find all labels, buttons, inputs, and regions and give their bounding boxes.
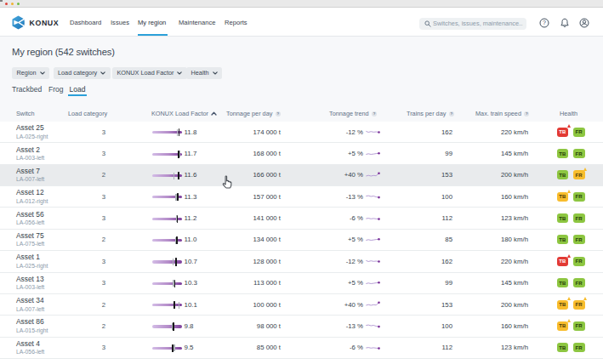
help-icon[interactable]: ? [539, 18, 549, 28]
health-badge-tb[interactable]: TB [557, 128, 569, 137]
active-tab-underline [68, 94, 87, 96]
health-badge-fr[interactable]: FR [573, 278, 585, 287]
column-label: Trains per day [407, 110, 446, 117]
tonnage-cell: 134 000 t [226, 230, 281, 250]
asset-id: LA-007-left [16, 306, 44, 313]
column-header-load-category[interactable]: Load category [68, 105, 107, 122]
trend-value: -13 % [327, 316, 363, 336]
health-badge-tb[interactable]: TB [557, 257, 569, 266]
health-badge-fr[interactable]: FR [573, 235, 585, 244]
filter-konux-load-factor[interactable]: KONUX Load Factor [112, 67, 187, 79]
tab-load[interactable]: Load [70, 85, 86, 94]
trains-cell: 153 [415, 294, 452, 315]
filter-load-category[interactable]: Load category [54, 67, 111, 79]
column-label: Switch [16, 110, 35, 117]
health-badge-fr[interactable]: FR [573, 321, 585, 331]
table-row[interactable]: Asset 86 LA-015-right 2 9.8 98 000 t -13… [0, 316, 603, 337]
column-header-konux-load-factor[interactable]: KONUX Load Factor [151, 105, 217, 122]
health-badge-tb[interactable]: TB [557, 149, 569, 158]
health-badge-fr[interactable]: FR [573, 300, 585, 310]
load-factor-value: 11.8 [185, 122, 197, 142]
filter-label: Region [17, 69, 37, 77]
health-badge-tb[interactable]: TB [557, 192, 569, 202]
health-badge-fr[interactable]: FR [573, 149, 585, 158]
nav-item-issues[interactable]: Issues [111, 19, 129, 26]
nav-item-reports[interactable]: Reports [225, 19, 247, 26]
table-row[interactable]: Asset 25 LA-025-right 3 11.8 174 000 t -… [0, 122, 603, 143]
info-icon[interactable]: ? [276, 111, 281, 117]
load-category-cell: 3 [88, 208, 119, 228]
speed-cell: 200 km/h [486, 165, 528, 185]
search-input[interactable] [433, 18, 523, 31]
filter-region[interactable]: Region [12, 67, 49, 79]
column-header-tonnage-per-day[interactable]: Tonnage per day? [226, 105, 281, 122]
health-badge-fr[interactable]: FR [573, 192, 585, 202]
column-header-switch[interactable]: Switch [16, 105, 35, 122]
load-factor-slider [152, 165, 182, 185]
zoom-window-button[interactable] [17, 3, 20, 6]
table-row[interactable]: Asset 2 LA-003-left 3 11.7 168 000 t +5 … [0, 143, 603, 164]
health-badge-tb[interactable]: TB [557, 213, 569, 223]
load-factor-value: 11.7 [185, 143, 197, 163]
column-label: Tonnage trend [329, 110, 369, 117]
asset-name: Asset 7 [16, 168, 40, 175]
column-header-trains-per-day[interactable]: Trains per day? [407, 105, 454, 122]
info-icon[interactable]: ? [449, 111, 454, 117]
bell-icon[interactable] [560, 18, 570, 28]
tonnage-cell: 141 000 t [226, 208, 281, 228]
minimize-window-button[interactable] [11, 3, 14, 6]
speed-cell: 160 km/h [486, 316, 528, 336]
table-row[interactable]: Asset 56 LA-056-left 3 11.2 141 000 t -6… [0, 208, 603, 229]
filter-health[interactable]: Health [186, 67, 222, 79]
load-category-cell: 3 [88, 143, 119, 163]
konux-logo-icon[interactable] [11, 15, 26, 33]
nav-item-my-region[interactable]: My region [138, 19, 166, 26]
trend-value: -13 % [327, 186, 363, 207]
load-factor-track [152, 304, 182, 306]
info-icon[interactable]: ? [524, 111, 529, 117]
health-badge-fr[interactable]: FR [573, 170, 585, 179]
column-header-tonnage-trend[interactable]: Tonnage trend? [329, 105, 377, 122]
chevron-down-icon [100, 71, 105, 75]
nav-item-dashboard[interactable]: Dashboard [70, 19, 101, 26]
table-row[interactable]: Asset 34 LA-007-left 2 10.1 100 000 t +4… [0, 294, 603, 316]
tonnage-cell: 157 000 t [226, 186, 281, 207]
asset-id: LA-056-left [16, 219, 44, 226]
table-row[interactable]: Asset 4 LA-056-left 3 9.5 85 000 t -6 % … [0, 338, 603, 359]
health-cell: TBFR [557, 294, 585, 315]
table-row[interactable]: Asset 12 LA-012-right 3 11.3 157 000 t -… [0, 186, 603, 208]
health-badge-tb[interactable]: TB [557, 170, 569, 179]
load-factor-slider [152, 251, 182, 271]
table-row[interactable]: Asset 7 LA-007-left 2 11.6 166 000 t +40… [0, 165, 603, 186]
account-icon[interactable] [579, 18, 589, 28]
trend-sparkline [366, 316, 381, 336]
nav-item-maintenance[interactable]: Maintenance [179, 19, 215, 26]
tonnage-cell: 100 000 t [226, 294, 281, 315]
table-row[interactable]: Asset 75 LA-075-left 2 11.0 134 000 t +5… [0, 230, 603, 251]
health-badge-fr[interactable]: FR [573, 213, 585, 223]
health-badge-tb[interactable]: TB [557, 321, 569, 331]
switch-cell: Asset 13 LA-003-left [16, 273, 44, 293]
health-badge-fr[interactable]: FR [573, 343, 585, 352]
health-badge-tb[interactable]: TB [557, 343, 569, 352]
table-row[interactable]: Asset 1 LA-025-right 3 10.7 128 000 t -1… [0, 251, 603, 272]
switch-cell: Asset 25 LA-025-right [16, 122, 48, 142]
app-window: KONUX DashboardIssuesMy regionMaintenanc… [0, 0, 603, 364]
health-badge-tb[interactable]: TB [557, 300, 569, 310]
trend-sparkline [366, 294, 381, 315]
trend-sparkline [366, 208, 381, 228]
tab-trackbed[interactable]: Trackbed [12, 85, 42, 94]
health-badge-fr[interactable]: FR [573, 257, 585, 266]
close-window-button[interactable] [5, 3, 9, 6]
tab-frog[interactable]: Frog [48, 85, 63, 94]
table-row[interactable]: Asset 13 LA-003-left 3 10.3 113 000 t +5… [0, 273, 603, 294]
asset-name: Asset 1 [16, 253, 40, 261]
column-header-max-train-speed[interactable]: Max. train speed? [475, 105, 529, 122]
column-header-health[interactable]: Health [560, 105, 577, 122]
health-badge-tb[interactable]: TB [557, 235, 569, 244]
health-badge-fr[interactable]: FR [573, 128, 585, 137]
info-icon[interactable]: ? [372, 111, 377, 117]
alert-icon [567, 124, 571, 128]
trend-sparkline [366, 165, 381, 185]
health-badge-tb[interactable]: TB [557, 278, 569, 287]
